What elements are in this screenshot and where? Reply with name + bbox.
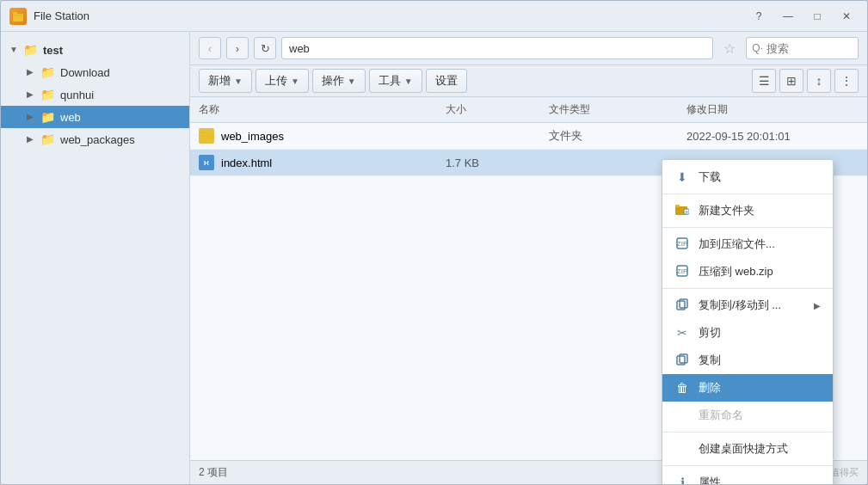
- delete-icon: 🗑: [674, 381, 690, 395]
- toolbar-top: ‹ › ↻ ☆ Q·: [190, 32, 867, 65]
- sidebar-root[interactable]: ▼ 📁 test: [1, 39, 189, 61]
- sidebar: ▼ 📁 test ▶ 📁 Download ▶ 📁 qunhui ▶ 📁: [1, 32, 190, 484]
- dropdown-arrow: ▼: [234, 77, 243, 86]
- file-name-cell: H index.html: [199, 155, 446, 170]
- web-folder-icon: 📁: [40, 110, 55, 124]
- tools-button[interactable]: 工具 ▼: [369, 69, 422, 93]
- toolbar-right: ☰ ⊞ ↕ ⋮: [752, 69, 859, 93]
- svg-text:ZIP: ZIP: [677, 267, 687, 275]
- folder-icon: [199, 128, 214, 144]
- minimize-button[interactable]: —: [776, 7, 800, 26]
- ctx-properties[interactable]: ℹ 属性: [662, 469, 833, 484]
- sidebar-item-web-packages[interactable]: ▶ 📁 web_packages: [1, 128, 189, 150]
- chevron-right-icon: ▶: [27, 89, 37, 100]
- toolbar-actions: 新增 ▼ 上传 ▼ 操作 ▼ 工具 ▼ 设置: [190, 65, 867, 97]
- main-content: ▼ 📁 test ▶ 📁 Download ▶ 📁 qunhui ▶ 📁: [1, 32, 867, 484]
- app-icon: [9, 8, 27, 25]
- file-list-header: 名称 大小 文件类型 修改日期: [190, 97, 867, 123]
- html-icon: H: [199, 155, 214, 170]
- ctx-zip-to[interactable]: ZIP 压缩到 web.zip: [662, 258, 833, 285]
- list-view-button[interactable]: ☰: [752, 69, 776, 93]
- ctx-label: 新建文件夹: [699, 203, 754, 218]
- favorite-button[interactable]: ☆: [718, 37, 741, 59]
- chevron-right-icon: ▶: [27, 112, 37, 122]
- separator: [662, 193, 833, 194]
- address-input[interactable]: [281, 37, 713, 59]
- table-row[interactable]: web_images 文件夹 2022-09-15 20:01:01: [190, 123, 867, 150]
- sidebar-item-qunhui[interactable]: ▶ 📁 qunhui: [1, 83, 189, 106]
- ctx-label: 复制到/移动到 ...: [699, 298, 781, 313]
- sidebar-item-web[interactable]: ▶ 📁 web: [1, 106, 189, 128]
- settings-button[interactable]: 设置: [426, 69, 467, 93]
- sidebar-children: ▶ 📁 Download ▶ 📁 qunhui ▶ 📁 web ▶ 📁: [1, 61, 189, 150]
- separator: [662, 227, 833, 228]
- web-packages-folder-icon: 📁: [40, 132, 55, 146]
- forward-button[interactable]: ›: [226, 37, 249, 59]
- help-button[interactable]: ?: [747, 7, 771, 26]
- svg-rect-7: [675, 205, 680, 207]
- download-folder-icon: 📁: [40, 65, 55, 79]
- col-extra: [841, 102, 859, 117]
- ctx-shortcut[interactable]: 创建桌面快捷方式: [662, 435, 833, 463]
- file-pane: ‹ › ↻ ☆ Q· 新增 ▼ 上传 ▼: [190, 32, 867, 484]
- col-name: 名称: [199, 102, 446, 117]
- chevron-right-icon: ▶: [27, 67, 37, 77]
- separator: [662, 432, 833, 433]
- ctx-label: 删除: [699, 380, 721, 396]
- app-window: File Station ? — □ ✕ ▼ 📁 test ▶ 📁 Downlo…: [0, 0, 868, 485]
- ctx-label: 下载: [699, 169, 721, 185]
- search-label: Q·: [752, 42, 763, 54]
- refresh-button[interactable]: ↻: [254, 37, 276, 59]
- more-button[interactable]: ⋮: [834, 69, 859, 93]
- ctx-label: 复制: [699, 353, 721, 368]
- zip-to-icon: ZIP: [674, 265, 690, 279]
- action-button[interactable]: 操作 ▼: [312, 69, 366, 93]
- dropdown-arrow: ▼: [348, 77, 356, 86]
- file-date: 2022-09-15 20:01:01: [686, 130, 841, 143]
- ctx-download[interactable]: ⬇ 下载: [662, 163, 833, 191]
- col-type: 文件类型: [549, 102, 686, 117]
- svg-rect-1: [13, 14, 23, 21]
- file-name-cell: web_images: [199, 128, 446, 144]
- svg-text:ZIP: ZIP: [677, 240, 687, 248]
- svg-rect-5: [200, 133, 212, 141]
- ctx-label: 重新命名: [699, 408, 743, 423]
- svg-text:+: +: [685, 208, 689, 216]
- ctx-cut[interactable]: ✂ 剪切: [662, 319, 833, 347]
- ctx-label: 创建桌面快捷方式: [699, 441, 788, 457]
- ctx-label: 加到压缩文件...: [699, 236, 775, 252]
- search-input[interactable]: [766, 42, 853, 55]
- ctx-copy-move[interactable]: 复制到/移动到 ... ▶: [662, 292, 833, 319]
- ctx-rename: 重新命名: [662, 402, 833, 429]
- col-size: 大小: [446, 102, 549, 117]
- copy-icon: [674, 353, 690, 368]
- grid-view-button[interactable]: ⊞: [779, 69, 803, 93]
- search-box: Q·: [746, 37, 859, 59]
- dropdown-arrow: ▼: [291, 77, 299, 86]
- properties-icon: ℹ: [674, 476, 690, 484]
- sidebar-item-download[interactable]: ▶ 📁 Download: [1, 61, 189, 83]
- separator: [662, 288, 833, 289]
- new-folder-icon: +: [674, 204, 690, 218]
- maximize-button[interactable]: □: [805, 7, 829, 26]
- folder-icon: 📁: [23, 43, 38, 57]
- window-title: File Station: [34, 9, 747, 22]
- sort-button[interactable]: ↕: [807, 69, 831, 93]
- ctx-add-zip[interactable]: ZIP 加到压缩文件...: [662, 230, 833, 258]
- file-name-label: index.html: [221, 157, 272, 169]
- ctx-new-folder[interactable]: + 新建文件夹: [662, 197, 833, 224]
- close-button[interactable]: ✕: [834, 7, 859, 26]
- upload-button[interactable]: 上传 ▼: [255, 69, 309, 93]
- download-icon: ⬇: [674, 170, 690, 184]
- file-type: 文件夹: [549, 128, 686, 144]
- title-bar: File Station ? — □ ✕: [1, 1, 867, 32]
- col-date: 修改日期: [686, 102, 841, 117]
- items-count: 2 项目: [199, 465, 228, 480]
- file-size: 1.7 KB: [446, 157, 549, 169]
- dropdown-arrow: ▼: [404, 77, 413, 86]
- cut-icon: ✂: [674, 326, 690, 340]
- ctx-copy[interactable]: 复制: [662, 347, 833, 374]
- back-button[interactable]: ‹: [199, 37, 221, 59]
- ctx-delete[interactable]: 🗑 删除: [662, 374, 833, 402]
- new-button[interactable]: 新增 ▼: [199, 69, 252, 93]
